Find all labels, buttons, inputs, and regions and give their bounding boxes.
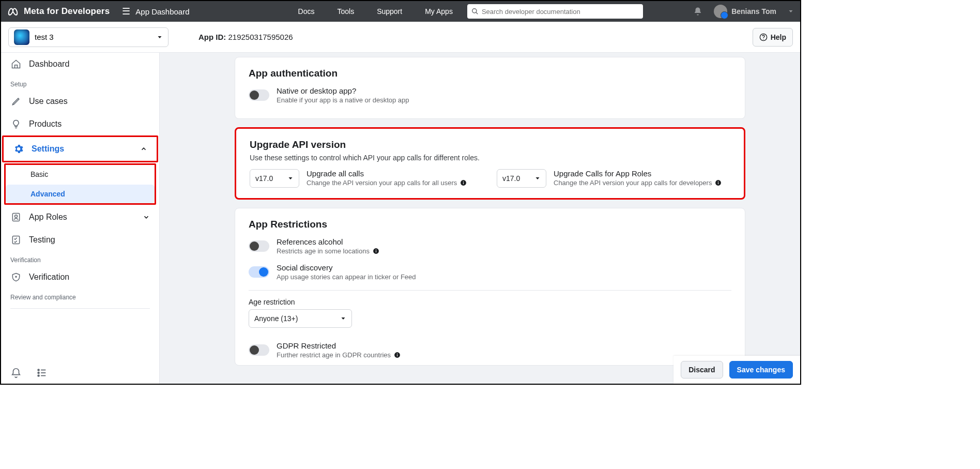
card-heading: App Restrictions — [249, 219, 731, 230]
settings-subnav-highlight: Basic Advanced — [4, 163, 156, 205]
sidebar-item-label: Testing — [29, 235, 55, 245]
sidebar-item-label: Settings — [32, 144, 64, 154]
info-icon[interactable] — [715, 179, 722, 186]
chevron-down-icon — [534, 175, 541, 181]
menu-toggle-icon[interactable]: ☰ — [122, 6, 130, 17]
activity-list-icon[interactable] — [36, 367, 48, 379]
svg-point-8 — [38, 369, 39, 371]
svg-rect-21 — [376, 250, 376, 252]
activity-bell-icon[interactable] — [10, 367, 22, 379]
card-app-authentication: App authentication Native or desktop app… — [235, 57, 745, 119]
toggle-social-discovery[interactable] — [249, 266, 269, 278]
setting-title: Upgrade all calls — [307, 169, 467, 178]
brand-area: Meta for Developers — [7, 6, 110, 17]
sidebar-divider — [10, 308, 150, 309]
help-icon — [759, 33, 768, 41]
card-heading: Upgrade API version — [250, 139, 730, 150]
card-subtitle: Use these settings to control which API … — [250, 154, 730, 162]
info-icon[interactable] — [460, 179, 467, 186]
chevron-down-icon — [340, 315, 346, 322]
sidebar-item-products[interactable]: Products — [1, 113, 159, 135]
search-icon — [471, 8, 479, 15]
card-heading: App authentication — [249, 68, 731, 79]
sidebar-item-label: Use cases — [29, 97, 68, 106]
setting-title: Upgrade Calls for App Roles — [554, 169, 722, 178]
lightbulb-icon — [10, 119, 22, 129]
nav-tools[interactable]: Tools — [337, 7, 354, 16]
nav-support[interactable]: Support — [377, 7, 402, 16]
gear-icon — [13, 143, 24, 155]
setting-desc: Change the API version your app calls fo… — [307, 179, 467, 187]
setting-title: Social discovery — [277, 263, 416, 272]
select-age-restriction[interactable]: Anyone (13+) — [249, 309, 352, 328]
app-name: test 3 — [35, 33, 54, 41]
search-box[interactable] — [467, 4, 643, 19]
toggle-native-app[interactable] — [249, 89, 269, 101]
toggle-references-alcohol[interactable] — [249, 240, 269, 252]
divider — [249, 290, 731, 291]
svg-point-3 — [763, 39, 763, 39]
top-nav: Docs Tools Support My Apps — [298, 7, 453, 16]
sidebar-section-setup: Setup — [1, 75, 159, 90]
nav-docs[interactable]: Docs — [298, 7, 315, 16]
sidebar-item-usecases[interactable]: Use cases — [1, 90, 159, 113]
sidebar-item-approles[interactable]: App Roles — [1, 206, 159, 229]
svg-point-0 — [472, 9, 477, 13]
account-chevron-down-icon[interactable] — [788, 8, 794, 14]
bell-icon[interactable] — [693, 7, 702, 16]
svg-point-5 — [15, 215, 18, 218]
svg-point-7 — [16, 276, 17, 277]
svg-point-10 — [38, 375, 39, 376]
sidebar-subitem-advanced[interactable]: Advanced — [6, 185, 155, 203]
avatar[interactable] — [714, 5, 727, 18]
app-selector[interactable]: test 3 — [8, 27, 169, 47]
setting-desc: Restricts age in some locations — [277, 247, 379, 255]
sidebar-item-verification[interactable]: Verification — [1, 266, 159, 289]
svg-rect-6 — [12, 236, 19, 244]
sidebar-item-testing[interactable]: Testing — [1, 229, 159, 251]
sidebar-subitem-basic[interactable]: Basic — [6, 165, 155, 184]
chevron-down-icon — [287, 175, 294, 181]
meta-logo-icon — [7, 6, 19, 17]
sidebar: Dashboard Setup Use cases Products Se — [1, 53, 160, 384]
app-icon — [14, 29, 29, 45]
select-api-version-roles[interactable]: v17.0 — [497, 169, 546, 188]
sidebar-item-label: Verification — [29, 273, 69, 282]
info-icon[interactable] — [373, 248, 379, 254]
sidebar-footer — [1, 367, 159, 379]
svg-rect-24 — [397, 354, 397, 356]
svg-rect-18 — [718, 182, 718, 184]
chevron-up-icon — [140, 145, 147, 153]
sidebar-item-dashboard[interactable]: Dashboard — [1, 53, 159, 75]
field-label-age: Age restriction — [249, 298, 731, 306]
sidebar-item-settings[interactable]: Settings — [2, 135, 158, 162]
username: Benians Tom — [731, 7, 776, 16]
card-app-restrictions: App Restrictions References alcohol Rest… — [235, 208, 745, 366]
nav-myapps[interactable]: My Apps — [425, 7, 453, 16]
discard-button[interactable]: Discard — [681, 361, 723, 379]
svg-point-25 — [397, 353, 397, 354]
main-content: App authentication Native or desktop app… — [160, 53, 800, 384]
select-api-version-all[interactable]: v17.0 — [250, 169, 299, 188]
setting-desc: Enable if your app is a native or deskto… — [277, 96, 409, 104]
svg-line-1 — [476, 12, 478, 14]
svg-point-22 — [376, 249, 376, 250]
setting-desc: Further restrict age in GDPR countries — [277, 351, 401, 359]
setting-title: Native or desktop app? — [277, 86, 409, 95]
user-badge-icon — [10, 212, 22, 222]
save-changes-button[interactable]: Save changes — [729, 361, 793, 379]
toggle-gdpr-restricted[interactable] — [249, 344, 269, 356]
help-button[interactable]: Help — [753, 28, 793, 47]
setting-title: References alcohol — [277, 237, 379, 246]
page-title: App Dashboard — [135, 7, 189, 16]
search-input[interactable] — [482, 8, 639, 16]
shield-icon — [10, 272, 22, 282]
sidebar-item-label: Products — [29, 119, 62, 129]
app-id-label: App ID: 219250317595026 — [198, 33, 293, 41]
info-icon[interactable] — [394, 352, 401, 358]
footer-actions: Discard Save changes — [673, 356, 800, 384]
setting-desc: Change the API version your app calls fo… — [554, 179, 722, 187]
svg-rect-4 — [12, 214, 19, 221]
svg-point-19 — [718, 181, 718, 181]
top-right: Benians Tom — [693, 5, 794, 18]
